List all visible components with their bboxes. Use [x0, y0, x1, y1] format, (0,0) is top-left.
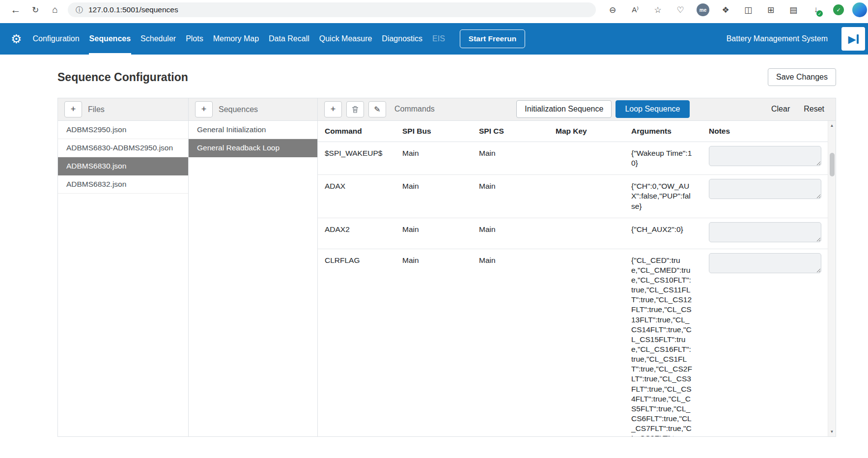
- page-content: Sequence Configuration Save Changes + Fi…: [0, 68, 868, 437]
- nav-configuration[interactable]: Configuration: [28, 23, 84, 55]
- back-icon[interactable]: ←: [6, 1, 26, 18]
- main-nav: Configuration Sequences Scheduler Plots …: [28, 23, 449, 55]
- extensions-icon[interactable]: ❖: [716, 1, 735, 18]
- scroll-thumb[interactable]: [830, 153, 835, 176]
- command-row-adax[interactable]: ADAX Main Main {"CH":0,"OW_AUX":false,"P…: [318, 175, 828, 218]
- avatar: me: [697, 3, 709, 16]
- notes-input[interactable]: [709, 222, 821, 242]
- initialization-sequence-button[interactable]: Initialization Sequence: [516, 100, 612, 118]
- clear-button[interactable]: Clear: [771, 105, 790, 114]
- refresh-icon[interactable]: ↻: [26, 1, 45, 18]
- settings-gear-icon[interactable]: ⚙: [11, 32, 22, 46]
- browser-actions: ⊖ A⁾ ☆ ♡ me ❖ ◫ ⊞ ▤ ↓ ✓ ✓: [603, 1, 863, 18]
- table-scrollbar[interactable]: ▲ ▼: [828, 121, 836, 436]
- app-navbar: ⚙ Configuration Sequences Scheduler Plot…: [0, 23, 868, 55]
- profile-avatar[interactable]: me: [693, 1, 713, 18]
- files-list: ADBMS2950.json ADBMS6830-ADBMS2950.json …: [58, 121, 188, 194]
- save-changes-button[interactable]: Save Changes: [768, 68, 836, 86]
- collections-icon[interactable]: ⊞: [761, 1, 781, 18]
- col-notes: Notes: [702, 121, 828, 142]
- sequences-panel: + Sequences General Initialization Gener…: [188, 98, 318, 437]
- address-bar[interactable]: ⓘ 127.0.0.1:5001/sequences: [68, 2, 596, 17]
- scroll-up-arrow[interactable]: ▲: [830, 121, 834, 130]
- edit-command-button[interactable]: ✎: [368, 101, 386, 117]
- cell-spi-bus: Main: [395, 175, 472, 217]
- cell-map-key: [549, 218, 624, 249]
- browser-essentials-icon[interactable]: ♡: [671, 1, 690, 18]
- nav-memory-map[interactable]: Memory Map: [208, 23, 264, 55]
- page-title: Sequence Configuration: [57, 71, 188, 84]
- col-map-key: Map Key: [549, 121, 624, 142]
- security-extension-icon[interactable]: ✓: [829, 1, 848, 18]
- cell-arguments: {"CL_CED":true,"CL_CMED":true,"CL_CS10FL…: [624, 249, 702, 436]
- download-complete-badge: ✓: [816, 10, 823, 17]
- cell-notes: [702, 142, 828, 174]
- reset-button[interactable]: Reset: [804, 105, 824, 114]
- cell-spi-bus: Main: [395, 142, 472, 174]
- notes-input[interactable]: [709, 253, 821, 273]
- files-header-label: Files: [88, 105, 105, 114]
- sequence-item-general-readback-loop-selected[interactable]: General Readback Loop: [189, 139, 317, 157]
- cell-map-key: [549, 175, 624, 217]
- commands-header-label: Commands: [394, 105, 435, 114]
- read-aloud-icon[interactable]: A⁾: [625, 1, 645, 18]
- play-icon: ▶: [848, 34, 856, 44]
- delete-command-button[interactable]: [346, 101, 364, 117]
- browser-toolbar: ← ↻ ⌂ ⓘ 127.0.0.1:5001/sequences ⊖ A⁾ ☆ …: [0, 0, 868, 20]
- file-item-adbms6832[interactable]: ADBMS6832.json: [58, 175, 188, 194]
- downloads-icon[interactable]: ↓ ✓: [806, 1, 826, 18]
- file-item-adbms6830-selected[interactable]: ADBMS6830.json: [58, 157, 188, 175]
- command-row-adax2[interactable]: ADAX2 Main Main {"CH_AUX2":0}: [318, 218, 828, 249]
- nav-diagnostics[interactable]: Diagnostics: [377, 23, 427, 55]
- add-command-button[interactable]: +: [324, 101, 342, 117]
- edge-logo[interactable]: [852, 2, 867, 17]
- scroll-down-arrow[interactable]: ▼: [830, 427, 834, 436]
- sequences-header-label: Sequences: [219, 105, 258, 114]
- add-file-button[interactable]: +: [64, 101, 82, 117]
- cell-spi-bus: Main: [395, 249, 472, 436]
- home-icon[interactable]: ⌂: [45, 1, 65, 18]
- split-screen-icon[interactable]: ◫: [738, 1, 758, 18]
- cell-spi-cs: Main: [472, 175, 549, 217]
- run-panel-button[interactable]: ▶: [841, 27, 865, 51]
- cell-notes: [702, 249, 828, 436]
- apps-icon[interactable]: ▤: [784, 1, 803, 18]
- sequences-header-bar: + Sequences: [189, 98, 317, 121]
- command-row-spi-wakeup[interactable]: $SPI_WAKEUP$ Main Main {"Wakeup Time":10…: [318, 142, 828, 175]
- clear-reset-group: Clear Reset: [771, 105, 829, 114]
- nav-sequences[interactable]: Sequences: [84, 23, 136, 55]
- sequence-item-general-initialization[interactable]: General Initialization: [189, 121, 317, 139]
- cell-command: CLRFLAG: [318, 249, 395, 436]
- cell-spi-cs: Main: [472, 142, 549, 174]
- cell-arguments: {"Wakeup Time":10}: [624, 142, 702, 174]
- nav-data-recall[interactable]: Data Recall: [264, 23, 314, 55]
- notes-input[interactable]: [709, 179, 821, 199]
- cell-arguments: {"CH_AUX2":0}: [624, 218, 702, 249]
- notes-input[interactable]: [709, 146, 821, 166]
- zoom-out-icon[interactable]: ⊖: [603, 1, 622, 18]
- cell-spi-bus: Main: [395, 218, 472, 249]
- files-panel: + Files ADBMS2950.json ADBMS6830-ADBMS29…: [57, 98, 189, 437]
- cell-spi-cs: Main: [472, 249, 549, 436]
- nav-scheduler[interactable]: Scheduler: [136, 23, 181, 55]
- nav-eis: EIS: [427, 23, 450, 55]
- col-arguments: Arguments: [624, 121, 702, 142]
- cell-spi-cs: Main: [472, 218, 549, 249]
- commands-toolbar: + ✎ Commands Initialization Sequence Loo…: [318, 98, 836, 121]
- start-freerun-button[interactable]: Start Freerun: [460, 29, 525, 48]
- files-header-bar: + Files: [58, 98, 188, 121]
- nav-plots[interactable]: Plots: [181, 23, 208, 55]
- sequence-type-toggle: Initialization Sequence Loop Sequence: [516, 100, 689, 118]
- app-title: Battery Management System: [727, 34, 828, 43]
- nav-quick-measure[interactable]: Quick Measure: [314, 23, 377, 55]
- file-item-adbms2950[interactable]: ADBMS2950.json: [58, 121, 188, 139]
- add-sequence-button[interactable]: +: [195, 101, 213, 117]
- commands-panel: + ✎ Commands Initialization Sequence Loo…: [317, 98, 836, 437]
- file-item-adbms6830-adbms2950[interactable]: ADBMS6830-ADBMS2950.json: [58, 139, 188, 157]
- command-row-clrflag[interactable]: CLRFLAG Main Main {"CL_CED":true,"CL_CME…: [318, 249, 828, 436]
- commands-table: Command SPI Bus SPI CS Map Key Arguments…: [318, 121, 836, 436]
- favorite-star-icon[interactable]: ☆: [648, 1, 668, 18]
- loop-sequence-button[interactable]: Loop Sequence: [616, 100, 689, 118]
- panels-row: + Files ADBMS2950.json ADBMS6830-ADBMS29…: [57, 98, 836, 437]
- site-info-icon[interactable]: ⓘ: [76, 5, 83, 15]
